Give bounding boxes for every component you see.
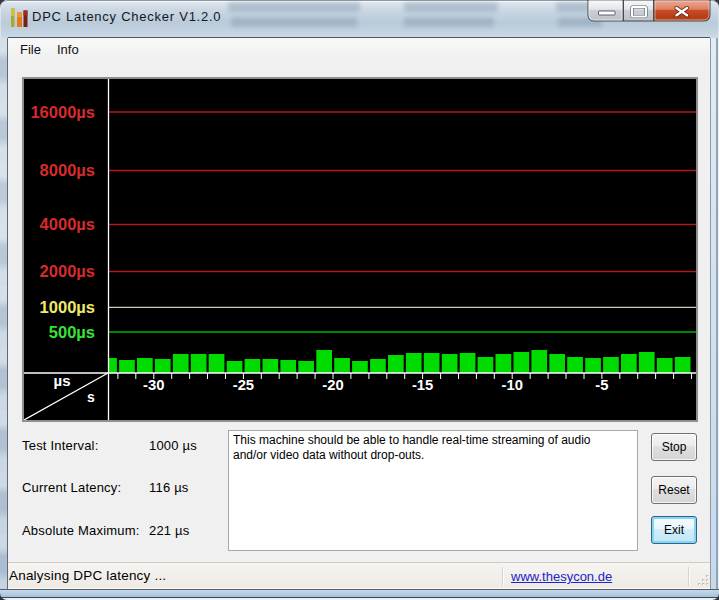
svg-text:-15: -15 bbox=[412, 377, 433, 393]
svg-text:4000µs: 4000µs bbox=[40, 215, 95, 233]
svg-text:2000µs: 2000µs bbox=[40, 262, 95, 280]
svg-text:16000µs: 16000µs bbox=[30, 103, 95, 121]
svg-text:-25: -25 bbox=[233, 377, 254, 393]
svg-text:500µs: 500µs bbox=[49, 323, 95, 341]
svg-text:-20: -20 bbox=[322, 377, 343, 393]
svg-text:-5: -5 bbox=[595, 377, 608, 393]
svg-text:µs: µs bbox=[54, 372, 71, 389]
svg-text:-10: -10 bbox=[502, 377, 523, 393]
svg-text:s: s bbox=[87, 389, 95, 405]
svg-text:8000µs: 8000µs bbox=[40, 161, 95, 179]
svg-text:1000µs: 1000µs bbox=[40, 298, 95, 316]
svg-text:-30: -30 bbox=[143, 377, 164, 393]
